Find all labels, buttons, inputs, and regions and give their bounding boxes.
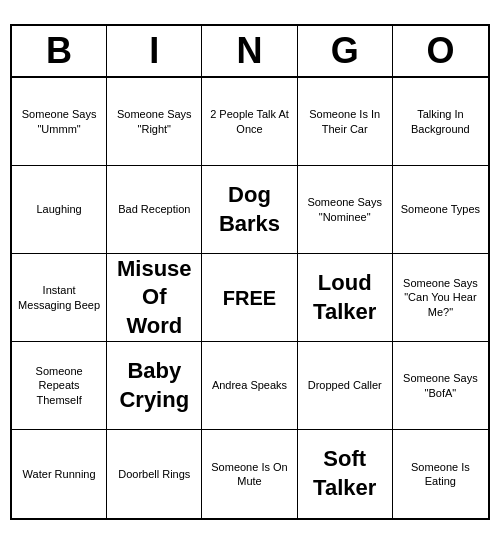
bingo-cell: Someone Is On Mute [202, 430, 297, 518]
bingo-cell: Misuse Of Word [107, 254, 202, 342]
bingo-cell: Dropped Caller [298, 342, 393, 430]
bingo-cell: Someone Says "BofA" [393, 342, 488, 430]
header-letter: B [12, 26, 107, 76]
bingo-cell: FREE [202, 254, 297, 342]
bingo-cell: Someone Says "Nominee" [298, 166, 393, 254]
bingo-cell: Bad Reception [107, 166, 202, 254]
header-letter: O [393, 26, 488, 76]
bingo-header: BINGO [12, 26, 488, 78]
bingo-cell: Baby Crying [107, 342, 202, 430]
bingo-cell: Laughing [12, 166, 107, 254]
bingo-card: BINGO Someone Says "Ummm"Someone Says "R… [10, 24, 490, 520]
bingo-cell: Someone Repeats Themself [12, 342, 107, 430]
header-letter: N [202, 26, 297, 76]
bingo-cell: Instant Messaging Beep [12, 254, 107, 342]
bingo-cell: Someone Is In Their Car [298, 78, 393, 166]
bingo-cell: Loud Talker [298, 254, 393, 342]
bingo-cell: Someone Says "Ummm" [12, 78, 107, 166]
header-letter: I [107, 26, 202, 76]
bingo-cell: Someone Says "Can You Hear Me?" [393, 254, 488, 342]
bingo-cell: Talking In Background [393, 78, 488, 166]
bingo-cell: 2 People Talk At Once [202, 78, 297, 166]
bingo-cell: Doorbell Rings [107, 430, 202, 518]
bingo-grid: Someone Says "Ummm"Someone Says "Right"2… [12, 78, 488, 518]
header-letter: G [298, 26, 393, 76]
bingo-cell: Water Running [12, 430, 107, 518]
bingo-cell: Someone Types [393, 166, 488, 254]
bingo-cell: Someone Is Eating [393, 430, 488, 518]
bingo-cell: Someone Says "Right" [107, 78, 202, 166]
bingo-cell: Dog Barks [202, 166, 297, 254]
bingo-cell: Andrea Speaks [202, 342, 297, 430]
bingo-cell: Soft Talker [298, 430, 393, 518]
